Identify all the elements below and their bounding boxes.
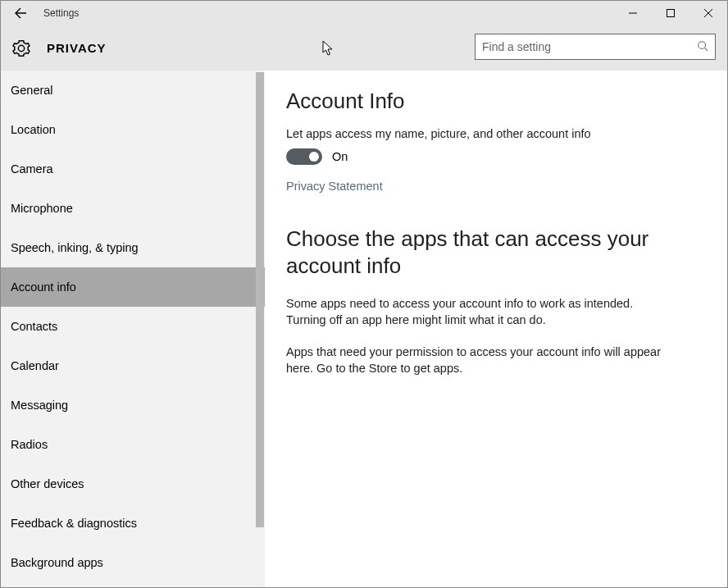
sidebar-item-label: Camera bbox=[11, 162, 53, 175]
sidebar-item-general[interactable]: General bbox=[1, 71, 265, 110]
setting-label: Let apps access my name, picture, and ot… bbox=[286, 127, 703, 140]
maximize-button[interactable] bbox=[652, 1, 689, 25]
info-paragraph-1: Some apps need to access your account in… bbox=[286, 295, 671, 329]
sidebar-item-background-apps[interactable]: Background apps bbox=[1, 543, 265, 582]
sidebar-item-contacts[interactable]: Contacts bbox=[1, 307, 265, 346]
sidebar-item-label: Speech, inking, & typing bbox=[11, 241, 139, 254]
back-arrow-icon bbox=[14, 7, 27, 20]
info-paragraph-2: Apps that need your permission to access… bbox=[286, 344, 671, 377]
window-controls bbox=[614, 1, 727, 25]
sidebar-item-label: Contacts bbox=[11, 320, 57, 333]
sidebar-item-camera[interactable]: Camera bbox=[1, 149, 265, 189]
close-button[interactable] bbox=[689, 1, 727, 25]
sidebar-item-label: Background apps bbox=[11, 556, 103, 569]
main-panel: Account Info Let apps access my name, pi… bbox=[265, 71, 727, 587]
back-button[interactable] bbox=[1, 1, 40, 25]
svg-rect-1 bbox=[667, 10, 675, 17]
sidebar: General Location Camera Microphone Speec… bbox=[1, 71, 265, 587]
minimize-icon bbox=[629, 9, 637, 17]
sidebar-item-other-devices[interactable]: Other devices bbox=[1, 464, 265, 504]
header-label: PRIVACY bbox=[47, 41, 107, 55]
toggle-state-label: On bbox=[332, 150, 348, 163]
maximize-icon bbox=[667, 9, 675, 17]
sidebar-item-label: Location bbox=[11, 123, 56, 136]
minimize-button[interactable] bbox=[614, 1, 652, 25]
svg-line-5 bbox=[705, 48, 708, 51]
sidebar-item-label: Microphone bbox=[11, 202, 73, 215]
sidebar-item-label: Account info bbox=[11, 280, 76, 294]
search-icon bbox=[697, 40, 708, 54]
sidebar-item-location[interactable]: Location bbox=[1, 110, 265, 149]
account-access-toggle[interactable] bbox=[286, 148, 322, 165]
sidebar-item-radios[interactable]: Radios bbox=[1, 425, 265, 464]
svg-point-4 bbox=[698, 41, 706, 48]
sidebar-item-label: Feedback & diagnostics bbox=[11, 517, 137, 530]
sidebar-item-label: Calendar bbox=[11, 359, 59, 372]
sidebar-item-microphone[interactable]: Microphone bbox=[1, 189, 265, 228]
sidebar-scrollbar[interactable] bbox=[255, 71, 265, 587]
close-icon bbox=[704, 9, 712, 17]
sidebar-item-speech[interactable]: Speech, inking, & typing bbox=[1, 228, 265, 267]
sidebar-item-account-info[interactable]: Account info bbox=[1, 267, 265, 307]
titlebar: Settings bbox=[1, 1, 727, 25]
sidebar-item-label: Other devices bbox=[11, 477, 84, 490]
search-input[interactable] bbox=[482, 40, 697, 53]
toggle-knob bbox=[309, 152, 319, 162]
sidebar-item-label: Messaging bbox=[11, 399, 68, 412]
sidebar-item-label: General bbox=[11, 84, 53, 97]
sidebar-item-messaging[interactable]: Messaging bbox=[1, 385, 265, 425]
sidebar-item-feedback[interactable]: Feedback & diagnostics bbox=[1, 504, 265, 543]
sidebar-item-label: Radios bbox=[11, 438, 48, 451]
section-title-choose-apps: Choose the apps that can access your acc… bbox=[286, 226, 671, 279]
privacy-statement-link[interactable]: Privacy Statement bbox=[286, 180, 383, 193]
header: PRIVACY bbox=[1, 25, 727, 71]
search-box[interactable] bbox=[475, 34, 716, 60]
gear-icon bbox=[12, 39, 30, 57]
window-title: Settings bbox=[43, 7, 79, 19]
sidebar-item-calendar[interactable]: Calendar bbox=[1, 346, 265, 385]
section-title-account-info: Account Info bbox=[286, 89, 703, 114]
scrollbar-thumb[interactable] bbox=[256, 72, 264, 527]
